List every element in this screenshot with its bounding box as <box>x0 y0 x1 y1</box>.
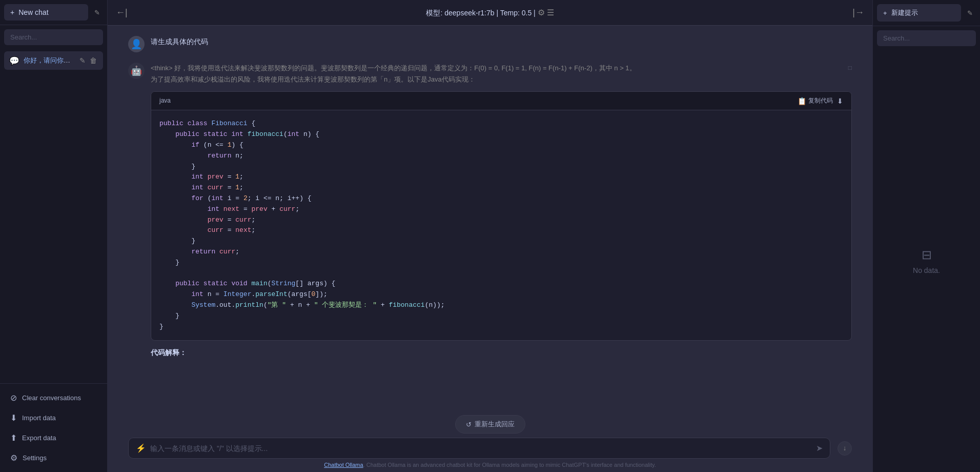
search-box <box>0 25 107 49</box>
model-menu-button[interactable]: ☰ <box>547 8 554 17</box>
main-content: ←| 模型: deepseek-r1:7b | Temp: 0.5 | ⚙ ☰ … <box>108 0 872 472</box>
right-sidebar-top: + 新建提示 ✎ <box>873 0 980 26</box>
code-block-header: java 📋 复制代码 ⬇ <box>151 92 851 110</box>
header-model-info: 模型: deepseek-r1:7b | Temp: 0.5 | ⚙ ☰ <box>426 8 554 18</box>
conv-delete-button[interactable]: 🗑 <box>89 55 98 66</box>
model-settings-button[interactable]: ⚙ <box>538 8 545 17</box>
left-sidebar-top: + New chat ✎ <box>0 0 107 25</box>
edit-icon: ✎ <box>94 9 100 16</box>
sidebar-item-settings[interactable]: ⚙ Settings <box>4 448 103 468</box>
settings-label: Settings <box>23 454 47 462</box>
user-message-content: 请生成具体的代码 <box>151 36 852 47</box>
section-title: 代码解释： <box>151 347 852 358</box>
conv-text-prefix: 你好， <box>24 56 44 64</box>
right-no-data: ⊟ No data. <box>873 50 980 472</box>
download-code-button[interactable]: ⬇ <box>837 97 843 105</box>
message-icon: 💬 <box>9 56 19 66</box>
send-icon: ➤ <box>816 444 823 453</box>
new-prompt-button[interactable]: + 新建提示 <box>877 4 961 22</box>
footer-link[interactable]: Chatbot Ollama <box>324 462 363 468</box>
left-sidebar: + New chat ✎ 💬 你好，请问你是谁? ✎ 🗑 ⊘ Clear con… <box>0 0 108 472</box>
right-edit-button[interactable]: ✎ <box>964 6 976 20</box>
export-icon: ⬆ <box>10 433 17 443</box>
conversation-text: 你好，请问你是谁? <box>24 56 74 65</box>
import-icon: ⬇ <box>10 413 17 423</box>
gear-icon: ⚙ <box>538 8 545 17</box>
bot-message: 🤖 <think> 好，我将使用迭代法来解决斐波那契数列的问题。斐波那契数列是一… <box>128 63 852 359</box>
think-prefix: <think> <box>151 64 173 72</box>
conv-text-main: 请问你是谁? <box>44 56 74 64</box>
sidebar-bottom: ⊘ Clear conversations ⬇ Import data ⬆ Ex… <box>0 383 107 472</box>
user-message-text: 请生成具体的代码 <box>151 36 852 47</box>
model-info-text: 模型: deepseek-r1:7b | Temp: 0.5 | <box>426 9 535 17</box>
think-text: <think> 好，我将使用迭代法来解决斐波那契数列的问题。斐波那契数列是一个经… <box>151 63 852 85</box>
regenerate-btn-wrapper: ↺ 重新生成回应 <box>128 415 852 434</box>
code-block: java 📋 复制代码 ⬇ public class Fibo <box>151 91 852 341</box>
flash-icon: ⚡ <box>136 443 146 453</box>
right-edit-icon: ✎ <box>967 9 973 17</box>
bot-avatar: 🤖 <box>128 63 145 79</box>
copy-code-button[interactable]: 📋 复制代码 <box>798 96 833 105</box>
code-actions: 📋 复制代码 ⬇ <box>798 96 843 105</box>
send-button[interactable]: ➤ <box>816 443 823 453</box>
search-input[interactable] <box>4 29 103 45</box>
regenerate-label: 重新生成回应 <box>475 420 515 429</box>
conversation-item[interactable]: 💬 你好，请问你是谁? ✎ 🗑 <box>4 51 103 70</box>
chat-bottom: ↺ 重新生成回应 ⚡ ➤ ↓ Chatbot Ollama. Chatbot O… <box>108 409 872 472</box>
new-prompt-label: 新建提示 <box>891 8 918 17</box>
copy-label: 复制代码 <box>808 96 833 105</box>
bot-message-content: <think> 好，我将使用迭代法来解决斐波那契数列的问题。斐波那契数列是一个经… <box>151 63 852 359</box>
sidebar-item-clear[interactable]: ⊘ Clear conversations <box>4 388 103 408</box>
conv-edit-button[interactable]: ✎ <box>78 55 87 66</box>
right-sidebar: + 新建提示 ✎ ⊟ No data. <box>872 0 980 472</box>
new-chat-button[interactable]: + New chat <box>4 4 88 21</box>
sidebar-item-import[interactable]: ⬇ Import data <box>4 408 103 428</box>
regenerate-button[interactable]: ↺ 重新生成回应 <box>455 415 525 434</box>
collapse-right-button[interactable]: |→ <box>852 7 864 18</box>
input-wrapper: ⚡ ➤ <box>128 438 830 459</box>
left-arrow-icon: ←| <box>116 7 128 17</box>
new-prompt-plus-icon: + <box>883 9 887 17</box>
checkbox-icon[interactable]: □ <box>848 63 852 73</box>
header-left: ←| <box>116 7 128 18</box>
right-search <box>873 26 980 50</box>
code-lang: java <box>159 96 171 106</box>
sidebar-item-export[interactable]: ⬆ Export data <box>4 428 103 448</box>
clear-icon: ⊘ <box>10 393 17 403</box>
input-row: ⚡ ➤ ↓ <box>128 438 852 459</box>
edit-icon-button[interactable]: ✎ <box>91 6 103 19</box>
header-right: |→ <box>852 7 864 18</box>
download-icon: ⬇ <box>837 97 843 105</box>
user-avatar: 👤 <box>128 36 145 52</box>
no-data-icon: ⊟ <box>922 248 932 262</box>
conversation-list: 💬 你好，请问你是谁? ✎ 🗑 <box>0 49 107 383</box>
bot-avatar-icon: 🤖 <box>131 65 142 76</box>
right-arrow-icon: |→ <box>852 7 864 17</box>
scroll-down-button[interactable]: ↓ <box>838 441 852 456</box>
copy-icon: 📋 <box>798 97 806 105</box>
chat-input[interactable] <box>150 444 812 453</box>
scroll-down-icon: ↓ <box>843 444 847 452</box>
code-content: public class Fibonacci { public static i… <box>151 110 851 340</box>
plus-icon: + <box>10 8 14 16</box>
export-label: Export data <box>22 434 56 442</box>
conv-actions: ✎ 🗑 <box>78 55 98 66</box>
chat-area: 👤 请生成具体的代码 🤖 <think> 好，我将使用迭代法来解决斐波那契数列的… <box>108 26 872 409</box>
no-data-text: No data. <box>913 266 940 274</box>
main-header: ←| 模型: deepseek-r1:7b | Temp: 0.5 | ⚙ ☰ … <box>108 0 872 26</box>
menu-icon: ☰ <box>547 8 554 17</box>
import-label: Import data <box>22 414 56 422</box>
user-message: 👤 请生成具体的代码 <box>128 36 852 52</box>
new-chat-label: New chat <box>18 8 48 16</box>
right-search-input[interactable] <box>877 30 976 46</box>
footer-description: . Chatbot Ollama is an advanced chatbot … <box>363 462 656 468</box>
settings-icon: ⚙ <box>10 453 17 463</box>
collapse-left-button[interactable]: ←| <box>116 7 128 18</box>
regenerate-icon: ↺ <box>466 421 472 428</box>
footer-text: Chatbot Ollama. Chatbot Ollama is an adv… <box>128 462 852 468</box>
user-avatar-icon: 👤 <box>131 38 142 50</box>
clear-label: Clear conversations <box>22 394 81 402</box>
